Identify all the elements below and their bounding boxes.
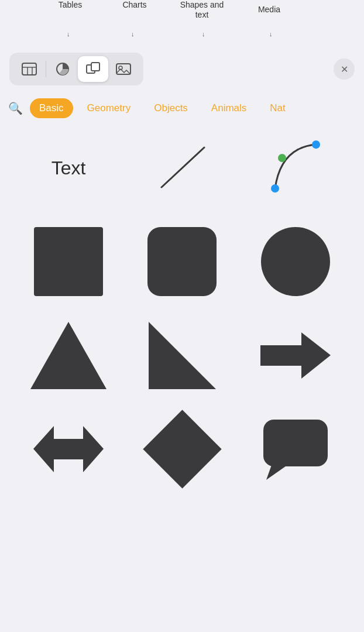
- tables-tab-button[interactable]: [14, 56, 44, 82]
- category-basic[interactable]: Basic: [30, 98, 73, 118]
- shapes-area: Text: [0, 124, 364, 516]
- close-icon: ✕: [341, 64, 348, 75]
- shape-triangle[interactable]: [19, 317, 118, 393]
- curve-svg: [263, 136, 328, 200]
- shapes-label: Shapes and text: [176, 0, 228, 20]
- category-nature[interactable]: Nat: [260, 98, 294, 118]
- svg-marker-14: [33, 426, 104, 472]
- shape-speech-bubble[interactable]: [246, 411, 345, 487]
- shapes-row-2: [12, 224, 352, 300]
- svg-rect-6: [91, 63, 99, 71]
- shapes-row-1: Text: [12, 130, 352, 206]
- toolbar-tab-group: [9, 53, 143, 85]
- search-button[interactable]: 🔍: [8, 101, 23, 115]
- category-tabs: 🔍 Basic Geometry Objects Animals Nat: [0, 92, 364, 124]
- close-button[interactable]: ✕: [334, 59, 355, 80]
- shapes-row-3: [12, 317, 352, 393]
- shape-arrow-right[interactable]: [246, 317, 345, 393]
- shape-square[interactable]: [19, 224, 118, 300]
- media-label: Media: [252, 5, 287, 14]
- tables-label: Tables: [53, 0, 88, 9]
- category-animals[interactable]: Animals: [202, 98, 256, 118]
- shape-double-arrow[interactable]: [19, 411, 118, 487]
- shape-text[interactable]: Text: [19, 130, 118, 206]
- shape-line[interactable]: [132, 130, 232, 206]
- shapes-tab-button[interactable]: [78, 56, 108, 82]
- shapes-row-4: [12, 411, 352, 487]
- shape-curve[interactable]: [246, 130, 345, 206]
- shape-rounded-rect[interactable]: [132, 224, 232, 300]
- charts-tab-button[interactable]: [47, 56, 78, 82]
- charts-label: Charts: [117, 0, 152, 9]
- media-tab-button[interactable]: [108, 56, 139, 82]
- shape-diamond[interactable]: [132, 411, 232, 487]
- svg-line-9: [162, 147, 204, 187]
- svg-point-12: [271, 184, 279, 193]
- toolbar: ✕: [0, 42, 364, 92]
- svg-marker-13: [260, 332, 331, 379]
- svg-point-11: [312, 140, 320, 149]
- svg-rect-15: [263, 420, 328, 466]
- category-objects[interactable]: Objects: [145, 98, 197, 118]
- svg-point-10: [278, 154, 286, 162]
- shape-circle[interactable]: [246, 224, 345, 300]
- category-geometry[interactable]: Geometry: [78, 98, 140, 118]
- search-icon: 🔍: [8, 101, 23, 115]
- line-svg: [153, 142, 211, 194]
- svg-rect-0: [22, 63, 36, 75]
- shape-right-triangle[interactable]: [132, 317, 232, 393]
